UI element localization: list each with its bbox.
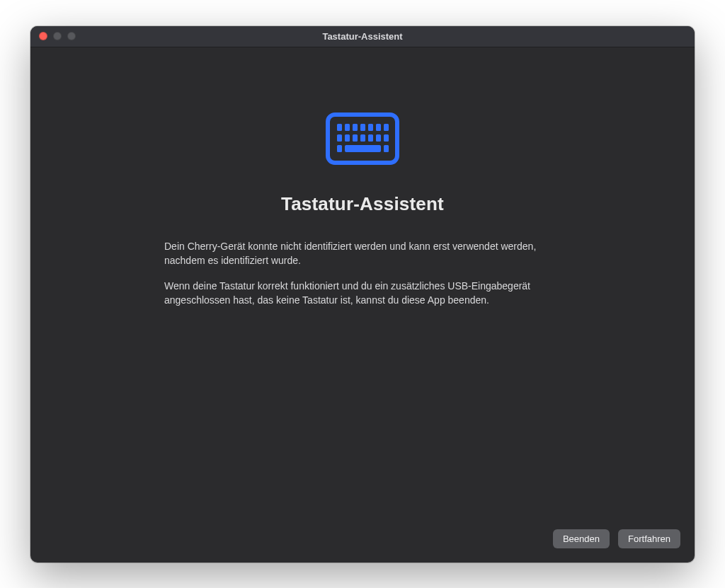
quit-button[interactable]: Beenden (553, 529, 610, 548)
svg-rect-13 (376, 134, 381, 142)
window-title: Tastatur-Assistent (30, 31, 695, 42)
svg-rect-4 (360, 124, 365, 131)
svg-rect-15 (337, 145, 342, 152)
svg-rect-12 (368, 134, 373, 142)
minimize-window-button[interactable] (53, 32, 62, 40)
content-area: Tastatur-Assistent Dein Cherry-Gerät kon… (30, 47, 695, 563)
svg-rect-7 (384, 124, 389, 131)
maximize-window-button[interactable] (67, 32, 76, 40)
svg-rect-17 (384, 145, 389, 152)
svg-rect-1 (337, 124, 342, 131)
svg-rect-14 (384, 134, 389, 142)
body-text: Dein Cherry-Gerät konnte nicht identifiz… (164, 239, 561, 319)
continue-button[interactable]: Fortfahren (618, 529, 680, 548)
svg-rect-6 (376, 124, 381, 131)
svg-rect-5 (368, 124, 373, 131)
svg-rect-2 (345, 124, 350, 131)
svg-rect-11 (360, 134, 365, 142)
footer-buttons: Beenden Fortfahren (553, 529, 680, 548)
svg-rect-3 (353, 124, 358, 131)
keyboard-icon (326, 113, 399, 168)
assistant-window: Tastatur-Assistent (30, 26, 695, 563)
paragraph-1: Dein Cherry-Gerät konnte nicht identifiz… (164, 239, 561, 268)
svg-rect-8 (337, 134, 342, 142)
traffic-lights (30, 32, 76, 40)
titlebar: Tastatur-Assistent (30, 26, 695, 47)
close-window-button[interactable] (39, 32, 47, 40)
svg-rect-16 (345, 145, 381, 152)
svg-rect-10 (353, 134, 358, 142)
page-heading: Tastatur-Assistent (281, 193, 444, 215)
paragraph-2: Wenn deine Tastatur korrekt funktioniert… (164, 279, 561, 308)
svg-rect-9 (345, 134, 350, 142)
